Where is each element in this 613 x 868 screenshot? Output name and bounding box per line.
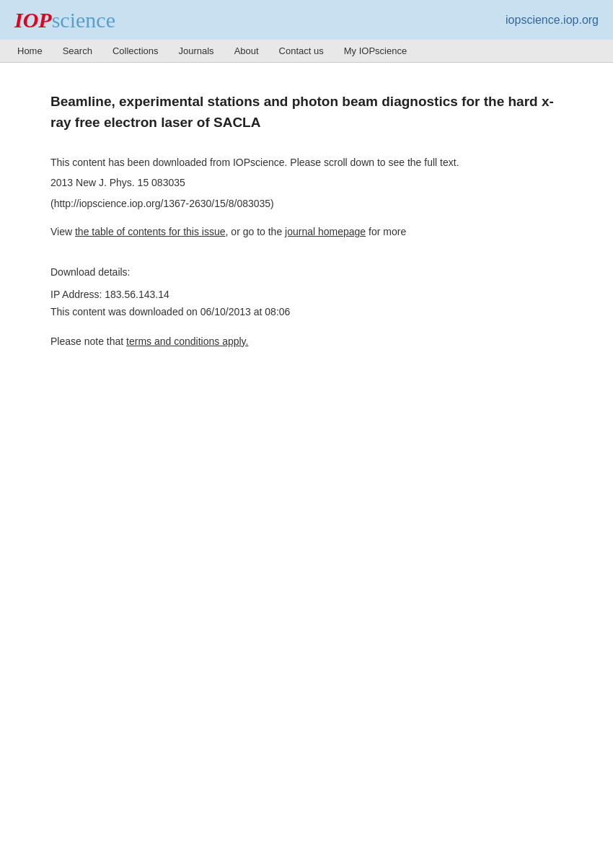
iop-text: IOP (14, 8, 52, 32)
download-notice: This content has been downloaded from IO… (50, 154, 563, 170)
journal-homepage-link[interactable]: journal homepage (285, 226, 366, 237)
download-details-section: Download details: IP Address: 183.56.143… (50, 266, 563, 321)
nav-link-about[interactable]: About (224, 40, 269, 62)
nav-item-myiop[interactable]: My IOPscience (334, 40, 417, 62)
terms-conditions-link[interactable]: terms and conditions apply. (126, 336, 248, 347)
nav-item-home[interactable]: Home (7, 40, 53, 62)
download-info: IP Address: 183.56.143.14 This content w… (50, 286, 563, 321)
download-details-heading: Download details: (50, 266, 563, 278)
nav-link-home[interactable]: Home (7, 40, 53, 62)
site-url-link[interactable]: iopscience.iop.org (506, 14, 599, 27)
note-text-before: Please note that (50, 336, 126, 347)
main-content: Beamline, experimental stations and phot… (0, 63, 613, 376)
science-text: science (52, 8, 115, 32)
view-text-before: View (50, 226, 75, 237)
main-navbar: Home Search Collections Journals About C… (0, 40, 613, 63)
ip-address: IP Address: 183.56.143.14 (50, 286, 563, 304)
nav-item-search[interactable]: Search (53, 40, 102, 62)
nav-link-contact[interactable]: Contact us (269, 40, 334, 62)
nav-link-collections[interactable]: Collections (102, 40, 169, 62)
download-notice-section: This content has been downloaded from IO… (50, 154, 563, 211)
nav-item-about[interactable]: About (224, 40, 269, 62)
view-line: View the table of contents for this issu… (50, 226, 563, 237)
nav-item-contact[interactable]: Contact us (269, 40, 334, 62)
nav-link-search[interactable]: Search (53, 40, 102, 62)
view-text-after: for more (366, 226, 406, 237)
download-date: This content was downloaded on 06/10/201… (50, 304, 563, 321)
nav-item-journals[interactable]: Journals (168, 40, 224, 62)
logo-container: IOP science (14, 8, 115, 32)
view-text-middle: , or go to the (226, 226, 286, 237)
note-section: Please note that terms and conditions ap… (50, 336, 563, 347)
citation: 2013 New J. Phys. 15 083035 (50, 175, 563, 190)
site-header: IOP science iopscience.iop.org (0, 0, 613, 40)
nav-item-collections[interactable]: Collections (102, 40, 169, 62)
nav-link-journals[interactable]: Journals (168, 40, 224, 62)
nav-link-myiop[interactable]: My IOPscience (334, 40, 417, 62)
article-title: Beamline, experimental stations and phot… (50, 92, 563, 133)
table-of-contents-link[interactable]: the table of contents for this issue (75, 226, 226, 237)
iop-logo: IOP science (14, 8, 115, 32)
article-url: (http://iopscience.iop.org/1367-2630/15/… (50, 196, 563, 211)
